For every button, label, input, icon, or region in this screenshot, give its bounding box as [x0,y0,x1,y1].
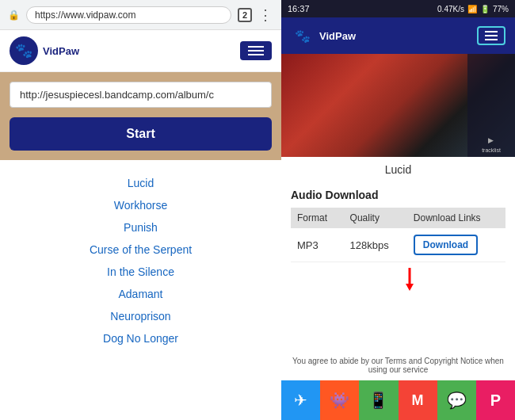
url-input[interactable] [10,82,272,108]
wifi-icon: 📶 [467,5,477,13]
red-arrow-icon [402,264,433,292]
url-input-area [0,72,281,117]
reddit-button[interactable]: 👾 [320,380,359,420]
vidpaw-logo: 🐾 VidPaw [10,36,79,65]
track-item[interactable]: Neuroprison [0,305,281,327]
line-icon: 💬 [447,391,467,410]
track-item[interactable]: Lucid [0,172,281,194]
vidpaw-name-left: VidPaw [43,45,79,57]
hamburger-menu-button[interactable] [240,41,272,60]
pinterest-button[interactable]: P [476,380,515,420]
pinterest-icon: P [490,391,501,410]
vidpaw-header: 🐾 VidPaw [0,30,281,72]
battery-percent: 77% [493,5,509,13]
cell-quality: 128kbps [344,228,407,262]
audio-download-section: Audio Download Format Quality Download L… [281,182,515,350]
overlay-text: tracklist [482,147,501,153]
right-header: 🐾 VidPaw [281,17,515,54]
album-art: ▶ tracklist [281,54,515,157]
battery-icon: 🔋 [480,5,490,13]
browser-bar: 🔒 https://www.vidpaw.com 2 ⋮ [0,0,281,30]
track-item[interactable]: Punish [0,216,281,239]
hamburger-line-3 [248,54,264,55]
telegram-icon: ✈ [294,391,307,410]
track-item[interactable]: Curse of the Serpent [0,239,281,261]
gmail-icon: M [412,392,424,409]
right-hamburger-line-3 [485,39,498,40]
table-header-row: Format Quality Download Links [291,208,505,228]
arrow-wrapper [291,264,505,295]
hamburger-line-1 [248,46,264,48]
track-item[interactable]: Adamant [0,283,281,305]
col-download-links: Download Links [407,208,505,228]
reddit-icon: 👾 [330,391,349,410]
svg-marker-1 [406,284,414,291]
track-item[interactable]: Dog No Longer [0,327,281,349]
hamburger-line-2 [248,50,264,52]
start-btn-area: Start [0,117,281,160]
status-icons: 0.47K/s 📶 🔋 77% [437,5,509,13]
start-button[interactable]: Start [10,117,272,151]
tab-count[interactable]: 2 [238,8,252,22]
whatsapp-button[interactable]: 📱 [359,380,398,420]
table-body: MP3 128kbps Download [291,228,505,262]
audio-download-title: Audio Download [291,189,505,201]
right-logo-group: 🐾 VidPaw [291,24,356,48]
col-quality: Quality [344,208,407,228]
terms-text: You agree to abide by our Terms and Copy… [281,350,515,380]
right-hamburger-line-1 [485,31,498,32]
download-table: Format Quality Download Links MP3 128kbp… [291,208,505,262]
album-title: Lucid [385,163,411,176]
album-tracklist-overlay: ▶ tracklist [482,136,501,153]
social-bar: ✈ 👾 📱 M 💬 P [281,380,515,420]
whatsapp-icon: 📱 [368,391,388,410]
telegram-button[interactable]: ✈ [281,380,320,420]
table-header: Format Quality Download Links [291,208,505,228]
album-title-area: Lucid [281,157,515,182]
right-panel: 16:37 0.47K/s 📶 🔋 77% 🐾 VidPaw ▶ trackli… [281,0,515,420]
track-item[interactable]: In the Silence [0,261,281,283]
status-bar: 16:37 0.47K/s 📶 🔋 77% [281,0,515,17]
paw-icon: 🐾 [10,36,38,65]
cell-format: MP3 [291,228,344,262]
line-button[interactable]: 💬 [437,380,476,420]
track-item[interactable]: Workhorse [0,194,281,216]
table-row: MP3 128kbps Download [291,228,505,262]
status-time: 16:37 [288,4,310,13]
col-format: Format [291,208,344,228]
cell-download: Download [407,228,505,262]
track-list: LucidWorkhorsePunishCurse of the Serpent… [0,160,281,420]
download-button[interactable]: Download [414,235,478,255]
gmail-button[interactable]: M [399,380,437,420]
album-art-overlay: ▶ tracklist [467,54,515,157]
right-paw-icon: 🐾 [291,24,315,48]
right-hamburger-button[interactable] [477,26,505,45]
lock-icon: 🔒 [8,10,20,21]
left-panel: 🔒 https://www.vidpaw.com 2 ⋮ 🐾 VidPaw St… [0,0,281,420]
browser-url[interactable]: https://www.vidpaw.com [26,6,231,24]
right-vidpaw-name: VidPaw [319,30,356,42]
network-speed: 0.47K/s [437,5,464,13]
right-hamburger-line-2 [485,35,498,36]
browser-menu-icon[interactable]: ⋮ [258,6,273,24]
